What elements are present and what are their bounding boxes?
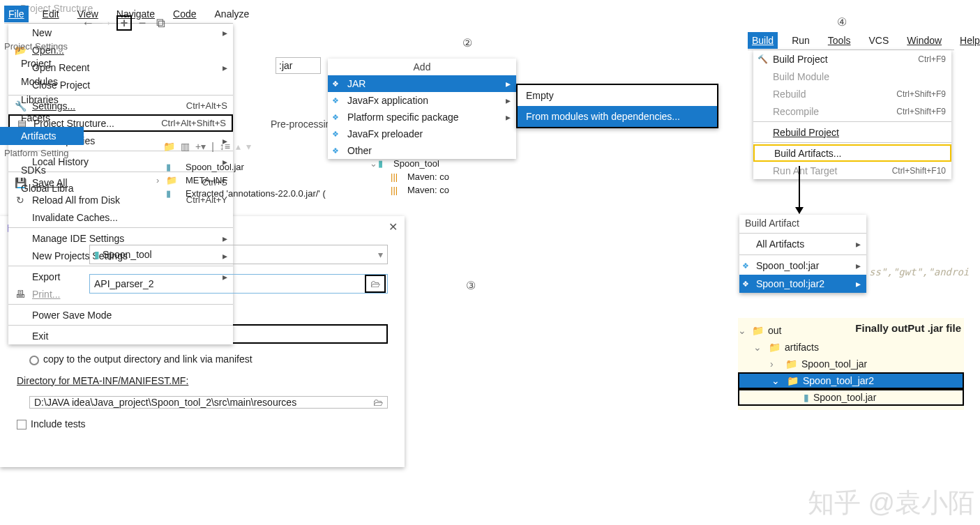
tree-item-meta[interactable]: ›📁META-INF (162, 174, 326, 187)
sidebar-item-global[interactable]: Global Libra (0, 179, 84, 197)
manifest-dir-input[interactable]: D:\JAVA idea\Java_project\Spoon_tool_2\s… (29, 396, 388, 409)
jar-submenu-from-modules[interactable]: From modules with dependencies... (518, 106, 717, 127)
output-tree: Finally outPut .jar file ⌄📁out ⌄📁artifac… (738, 318, 964, 410)
sidebar-header-project: Project Settings (0, 38, 84, 54)
chevron-down-icon[interactable]: ⌄ (370, 158, 377, 169)
artifact-name-field[interactable]: :jar (276, 57, 321, 74)
ps-toolbar: ← → + − ⧉ (80, 15, 168, 31)
chevron-down-icon[interactable]: ⌄ (738, 325, 746, 336)
menu-edit[interactable]: Edit (38, 6, 63, 22)
close-button[interactable]: ✕ (389, 220, 398, 234)
module-select[interactable]: ▮ Spoon_tool▾ (89, 245, 388, 264)
menu-vcs[interactable]: VCS (865, 32, 894, 49)
diamond-icon: ❖ (742, 280, 749, 289)
add-menu-other[interactable]: ❖Other (328, 142, 516, 159)
menu-help[interactable]: Help (956, 32, 980, 49)
build-menu-build-project[interactable]: 🔨Build ProjectCtrl+F9 (753, 50, 951, 68)
chevron-right-icon: › (156, 175, 159, 185)
menu-code[interactable]: Code (169, 6, 200, 22)
artifact-jar1[interactable]: ❖Spoon_tool:jar▸ (739, 257, 866, 275)
build-menu-rebuild[interactable]: RebuildCtrl+Shift+F9 (753, 85, 951, 102)
jar-icon: ▮ (166, 162, 171, 172)
folder-icon: 📁 (785, 358, 797, 370)
build-menu-build-artifacts[interactable]: Build Artifacts... (753, 144, 951, 162)
folder-icon: 📁 (166, 175, 177, 185)
build-menu-rebuild-project[interactable]: Rebuild Project (753, 123, 951, 141)
tree-item-jar[interactable]: ▮Spoon_tool.jar (162, 160, 326, 174)
artifact-all[interactable]: All Artifacts▸ (739, 235, 866, 253)
tree-f1[interactable]: ›📁Spoon_tool_jar (738, 356, 964, 372)
menu-tools[interactable]: Tools (824, 32, 855, 49)
tool-sort-icon[interactable]: ↕≡ (220, 141, 230, 152)
tool-up-icon[interactable]: ▴ (236, 141, 241, 152)
submenu-arrow-icon: ▸ (223, 233, 227, 244)
tab-preprocessing[interactable]: Pre-processing (271, 119, 336, 130)
folder-icon: 📁 (769, 342, 781, 353)
menu-window[interactable]: Window (903, 32, 946, 49)
manifest-dir-label: Directory for META-INF/MANIFEST.MF: (17, 375, 388, 386)
build-menu: 🔨Build ProjectCtrl+F9 Build Module Rebui… (753, 50, 951, 179)
sidebar-item-libraries[interactable]: Libraries (0, 91, 84, 109)
menu-file[interactable]: File (4, 6, 29, 22)
menu-build[interactable]: Build (748, 32, 778, 49)
menu-item-invalidate[interactable]: Invalidate Caches... (8, 208, 233, 226)
bg-code-3: ss","gwt","androi (869, 266, 969, 277)
copy-button[interactable]: ⧉ (153, 15, 168, 31)
menu-item-exit[interactable]: Exit (8, 327, 233, 344)
artifact-popup-header: Build Artifact (739, 215, 866, 231)
add-button[interactable]: + (116, 15, 132, 31)
tool-down-icon[interactable]: ▾ (246, 141, 251, 152)
print-icon: 🖶 (14, 289, 27, 300)
tree-out[interactable]: ⌄📁out (738, 322, 964, 339)
tree-f2[interactable]: ⌄📁Spoon_tool_jar2 (738, 372, 964, 389)
diamond-icon: ❖ (332, 96, 339, 105)
maven-icon: ||| (391, 172, 398, 182)
build-menu-recompile[interactable]: RecompileCtrl+Shift+F9 (753, 102, 951, 120)
tree-item-extract[interactable]: ▮Extracted 'annotations-22.0.0.jar/' ( (162, 187, 326, 200)
forward-button[interactable]: → (98, 15, 114, 31)
main-class-input[interactable]: API_parser_2🗁 (89, 274, 388, 294)
sidebar-item-facets[interactable]: Facets (0, 109, 84, 127)
chevron-right-icon[interactable]: › (770, 358, 774, 370)
diamond-icon: ❖ (332, 130, 339, 139)
tree-jar-output[interactable]: ▮Spoon_tool.jar (738, 389, 964, 406)
tree-artifacts[interactable]: ⌄📁artifacts (738, 339, 964, 356)
submenu-arrow-icon: ▸ (223, 62, 227, 73)
include-tests-checkbox[interactable]: Include tests (17, 418, 388, 429)
add-menu-preloader[interactable]: ❖JavaFx preloader (328, 125, 516, 142)
build-menu-build-module[interactable]: Build Module (753, 68, 951, 85)
build-menu-run-ant[interactable]: Run Ant TargetCtrl+Shift+F10 (753, 162, 951, 179)
menu-item-power-save[interactable]: Power Save Mode (8, 306, 233, 324)
radio-copy[interactable]: copy to the output directory and link vi… (29, 353, 388, 365)
sidebar-item-modules[interactable]: Modules (0, 73, 84, 91)
artifact-jar2[interactable]: ❖Spoon_tool:jar2▸ (739, 275, 866, 293)
sidebar-item-sdks[interactable]: SDKs (0, 161, 84, 179)
tool-newfolder-icon[interactable]: 📁 (163, 141, 175, 152)
sidebar-item-artifacts[interactable]: Artifacts (0, 127, 84, 145)
diamond-icon: ❖ (332, 146, 339, 155)
add-menu-header: Add (328, 59, 516, 75)
add-menu-jar[interactable]: ❖JAR▸ (328, 75, 516, 92)
module-icon: ▮ (378, 158, 383, 169)
chevron-down-icon[interactable]: ⌄ (753, 342, 762, 353)
jar-submenu-empty[interactable]: Empty (518, 85, 717, 106)
remove-button[interactable]: − (135, 15, 150, 31)
menu-run[interactable]: Run (787, 32, 814, 49)
chevron-down-icon[interactable]: ⌄ (771, 375, 780, 386)
ps-sidebar: Project Settings Project Modules Librari… (0, 38, 84, 197)
add-menu-platform[interactable]: ❖Platform specific package▸ (328, 109, 516, 125)
tool-copy-icon[interactable]: ▥ (181, 141, 190, 152)
tool-add-icon[interactable]: +▾ (195, 141, 206, 152)
hammer-icon: 🔨 (757, 54, 768, 64)
artifact-popup: Build Artifact All Artifacts▸ ❖Spoon_too… (739, 215, 866, 293)
add-menu-javafx[interactable]: ❖JavaFx application▸ (328, 92, 516, 109)
browse-folder-icon[interactable]: 🗁 (365, 275, 386, 293)
back-button[interactable]: ← (80, 15, 96, 31)
sidebar-item-project[interactable]: Project (0, 54, 84, 73)
folder-icon: 📁 (787, 375, 799, 386)
sidebar-header-platform: Platform Setting (0, 145, 84, 161)
step-2-marker: ② (462, 36, 472, 50)
submenu-arrow-icon: ▸ (856, 260, 861, 271)
menu-analyze[interactable]: Analyze (211, 6, 254, 22)
browse-folder-icon[interactable]: 🗁 (373, 397, 383, 408)
